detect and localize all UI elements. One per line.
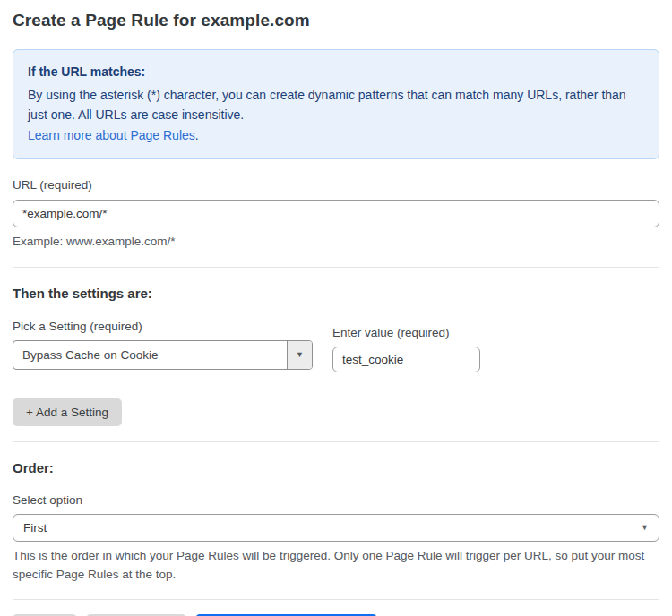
page-title: Create a Page Rule for example.com: [13, 11, 659, 30]
add-setting-button[interactable]: + Add a Setting: [13, 398, 122, 426]
learn-more-link[interactable]: Learn more about Page Rules: [28, 128, 195, 142]
order-selected-value: First: [23, 521, 47, 535]
info-box-body: By using the asterisk (*) character, you…: [28, 85, 644, 125]
info-box-body-text: By using the asterisk (*) character, you…: [28, 88, 626, 123]
info-box-link-line: Learn more about Page Rules.: [28, 125, 644, 146]
setting-picker-selected-value: Bypass Cache on Cookie: [13, 341, 287, 369]
order-helper-text: This is the order in which your Page Rul…: [13, 547, 659, 585]
setting-value-input[interactable]: [332, 346, 480, 372]
divider: [13, 267, 659, 268]
setting-value-column: Enter value (required): [332, 326, 480, 372]
setting-picker-arrow-button[interactable]: ▼: [287, 341, 312, 369]
setting-picker-label: Pick a Setting (required): [13, 320, 313, 333]
setting-picker-dropdown[interactable]: Bypass Cache on Cookie ▼: [13, 340, 313, 370]
chevron-down-icon: ▼: [296, 350, 304, 359]
divider: [13, 441, 659, 442]
divider: [13, 599, 659, 600]
setting-picker-column: Pick a Setting (required) Bypass Cache o…: [13, 320, 313, 370]
setting-value-label: Enter value (required): [332, 326, 480, 339]
link-suffix: .: [195, 128, 199, 142]
settings-section-heading: Then the settings are:: [13, 286, 659, 301]
url-input[interactable]: [13, 200, 659, 227]
url-example-helper: Example: www.example.com/*: [13, 233, 659, 252]
url-match-info-box: If the URL matches: By using the asteris…: [13, 49, 659, 159]
order-section-heading: Order:: [13, 460, 659, 475]
chevron-down-icon: ▼: [641, 523, 649, 532]
order-select-label: Select option: [13, 493, 659, 507]
create-page-rule-form: Create a Page Rule for example.com If th…: [0, 0, 672, 616]
url-field-label: URL (required): [13, 178, 659, 192]
info-box-heading: If the URL matches:: [28, 62, 644, 82]
order-select-dropdown[interactable]: First ▼: [13, 514, 659, 542]
setting-row: Pick a Setting (required) Bypass Cache o…: [13, 320, 659, 372]
